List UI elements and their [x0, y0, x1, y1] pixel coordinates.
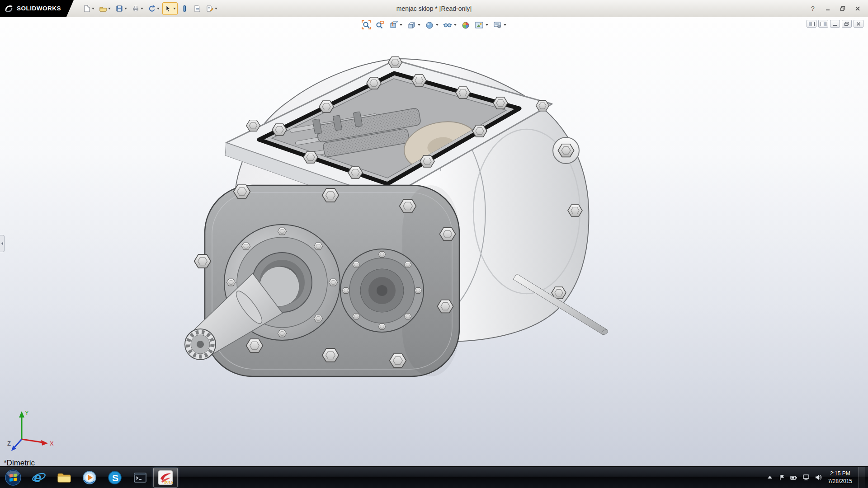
- new-document-icon: [83, 5, 91, 13]
- taskbar-app-media-player[interactable]: [77, 468, 102, 488]
- show-hidden-icons-button[interactable]: [766, 474, 774, 481]
- taskbar-app-windows-explorer[interactable]: [52, 468, 76, 488]
- internet-explorer-icon: e: [31, 470, 47, 485]
- apply-scene-icon: [475, 20, 484, 29]
- view-orientation-label: *Dimetric: [4, 459, 35, 466]
- flag-icon: [778, 474, 785, 481]
- solidworks-brand: SOLIDWORKS: [0, 0, 74, 17]
- dropdown-caret: [436, 24, 439, 26]
- taskbar-app-blue-s[interactable]: S: [103, 468, 127, 488]
- section-view-button[interactable]: [387, 19, 404, 30]
- svg-text:2015: 2015: [164, 480, 173, 484]
- dropdown-caret: [173, 8, 176, 9]
- hide-show-items-icon: [443, 20, 452, 29]
- show-desktop-button[interactable]: [859, 467, 865, 488]
- dassault-systemes-logo: [5, 4, 14, 13]
- minimize-button[interactable]: [821, 3, 835, 14]
- new-document-button[interactable]: [81, 2, 96, 15]
- solidworks-icon: 2015: [158, 470, 173, 485]
- document-window-controls: [807, 20, 863, 28]
- dropdown-caret: [108, 8, 111, 9]
- x-axis-label: X: [50, 440, 54, 447]
- close-icon: [855, 6, 860, 11]
- options-button[interactable]: [204, 2, 219, 15]
- command-prompt-icon: [132, 470, 148, 485]
- open-folder-icon: [99, 5, 107, 13]
- doc-minimize-button[interactable]: [830, 20, 840, 28]
- restore-icon: [840, 6, 845, 11]
- taskbar-app-internet-explorer[interactable]: e: [27, 468, 51, 488]
- windows-start-orb-icon: [4, 469, 22, 487]
- collapse-arrow-icon: [1, 242, 3, 245]
- power-options-button[interactable]: [790, 474, 798, 481]
- doc-restore-button[interactable]: [842, 20, 852, 28]
- svg-text:e: e: [34, 470, 42, 485]
- edit-appearance-button[interactable]: [179, 2, 190, 15]
- orientation-triad[interactable]: Y X Z: [6, 404, 61, 458]
- media-player-icon: [82, 470, 97, 485]
- start-button[interactable]: [0, 467, 26, 488]
- doc-minimize-icon: [832, 22, 838, 26]
- view-orientation-button[interactable]: [406, 19, 422, 30]
- zoom-to-fit-icon: [362, 20, 371, 29]
- chevron-up-icon: [766, 474, 774, 481]
- print-icon: [132, 5, 140, 13]
- dropdown-caret: [92, 8, 94, 9]
- open-button[interactable]: [97, 2, 113, 15]
- y-axis-label: Y: [25, 409, 29, 416]
- help-button[interactable]: ?: [806, 3, 820, 14]
- taskbar-app-solidworks[interactable]: 2015: [153, 468, 178, 488]
- taskbar-app-command-prompt[interactable]: [128, 468, 152, 488]
- pane-left-icon: [809, 22, 815, 26]
- dropdown-caret: [124, 8, 127, 9]
- solidworks-window: SOLIDWORKS: [0, 0, 868, 488]
- volume-button[interactable]: [815, 474, 822, 481]
- zoom-to-area-icon: [375, 20, 384, 29]
- file-properties-icon: [193, 5, 201, 13]
- quick-access-toolbar: [81, 2, 219, 15]
- close-button[interactable]: [851, 3, 864, 14]
- select-tool-button[interactable]: [162, 2, 178, 15]
- dropdown-caret: [157, 8, 160, 9]
- gearbox-3d-model[interactable]: [0, 17, 868, 466]
- doc-restore-icon: [844, 22, 849, 26]
- minimize-icon: [825, 6, 830, 11]
- network-status-button[interactable]: [802, 474, 810, 481]
- heads-up-view-toolbar: [358, 19, 510, 31]
- apply-scene-button[interactable]: [473, 19, 490, 30]
- battery-icon: [790, 474, 798, 481]
- windows-taskbar: e S: [0, 466, 868, 488]
- feature-manager-collapsed-tab[interactable]: [0, 235, 5, 252]
- dropdown-caret: [418, 24, 420, 26]
- svg-text:S: S: [112, 473, 118, 483]
- brand-label: SOLIDWORKS: [17, 5, 61, 12]
- undo-button[interactable]: [146, 2, 161, 15]
- file-properties-button[interactable]: [191, 2, 203, 15]
- gearbox-housing[interactable]: [185, 57, 609, 376]
- display-style-button[interactable]: [424, 19, 440, 30]
- save-icon: [115, 5, 123, 13]
- zoom-to-fit-button[interactable]: [360, 19, 372, 30]
- doc-close-button[interactable]: [854, 20, 863, 28]
- edit-appearance-ball-icon: [461, 20, 470, 29]
- hide-show-items-button[interactable]: [442, 19, 458, 30]
- save-button[interactable]: [113, 2, 129, 15]
- secondary-boss[interactable]: [340, 249, 424, 332]
- action-center-button[interactable]: [778, 474, 785, 481]
- pane-right-button[interactable]: [818, 20, 828, 28]
- taskbar-clock[interactable]: 2:15 PM 7/28/2015: [826, 470, 854, 484]
- print-button[interactable]: [130, 2, 145, 15]
- dropdown-caret: [504, 24, 506, 26]
- graphics-area[interactable]: Y X Z *Dimetric: [0, 17, 868, 466]
- dropdown-caret: [454, 24, 457, 26]
- restore-button[interactable]: [836, 3, 849, 14]
- view-settings-button[interactable]: [491, 19, 508, 30]
- dropdown-caret: [400, 24, 402, 26]
- clock-date: 7/28/2015: [828, 478, 852, 485]
- edit-appearance-ball-button[interactable]: [460, 19, 472, 30]
- window-title: menjac sklop * [Read-only]: [396, 5, 472, 12]
- dropdown-caret: [486, 24, 488, 26]
- pane-left-button[interactable]: [807, 20, 816, 28]
- select-cursor-icon: [164, 5, 172, 13]
- zoom-to-area-button[interactable]: [374, 19, 386, 30]
